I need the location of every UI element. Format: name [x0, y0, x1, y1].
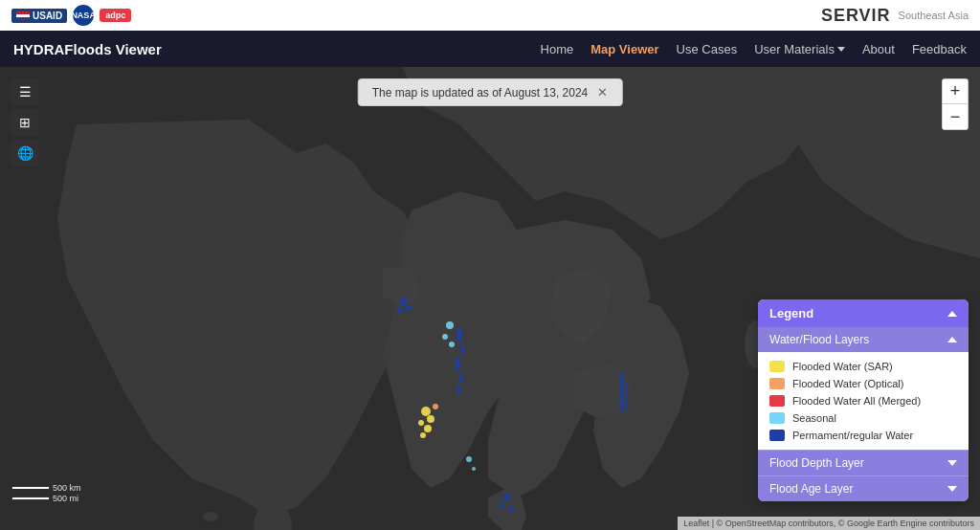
water-flood-layers-label: Water/Flood Layers	[769, 333, 869, 346]
app-title: HYDRAFloods Viewer	[13, 41, 162, 57]
legend-item-seasonal: Seasonal	[769, 409, 957, 427]
southeast-asia-text: Southeast Asia	[899, 10, 969, 21]
legend-color-sar	[769, 361, 785, 372]
nasa-text: NASA	[71, 11, 96, 20]
svg-point-1	[203, 512, 218, 521]
nasa-logo: NASA	[73, 5, 94, 26]
water-flood-layers-toggle-icon	[947, 337, 957, 342]
layers-button[interactable]: ⊞	[11, 109, 38, 136]
map-left-controls: ☰ ⊞ 🌐	[11, 78, 38, 166]
usaid-text: USAID	[33, 11, 62, 21]
legend-item-optical: Flooded Water (Optical)	[769, 375, 957, 392]
map-notification: The map is updated as of August 13, 2024…	[358, 78, 623, 106]
usaid-flag	[16, 11, 30, 20]
legend-item-permanent: Permament/regular Water	[769, 427, 957, 444]
water-flood-layers-header[interactable]: Water/Flood Layers	[758, 327, 969, 352]
legend-label-seasonal: Seasonal	[792, 412, 836, 424]
nav-map-viewer[interactable]: Map Viewer	[590, 42, 658, 56]
legend-item-merged: Flooded Water All (Merged)	[769, 392, 957, 409]
nav-about[interactable]: About	[862, 42, 895, 56]
logo-left: USAID NASA adpc	[11, 5, 131, 26]
nav-user-materials[interactable]: User Materials	[754, 42, 845, 56]
map-attribution: Leaflet | © OpenStreetMap contributors, …	[678, 517, 980, 530]
adpc-logo: adpc	[100, 9, 131, 22]
scale-bar: 500 km 500 mi	[11, 483, 81, 503]
usaid-logo: USAID	[11, 9, 67, 23]
flood-depth-label: Flood Depth Layer	[769, 456, 864, 470]
zoom-controls: + −	[942, 78, 969, 130]
legend-title: Legend	[769, 306, 813, 320]
flood-age-layer-header[interactable]: Flood Age Layer	[758, 475, 969, 501]
nav-links: Home Map Viewer Use Cases User Materials…	[541, 42, 967, 56]
user-materials-chevron	[837, 47, 845, 52]
nav-home[interactable]: Home	[541, 42, 574, 56]
scale-label-mi: 500 mi	[53, 494, 78, 503]
globe-button[interactable]: 🌐	[11, 140, 38, 166]
top-bar: USAID NASA adpc SERVIR Southeast Asia	[0, 0, 980, 31]
legend-panel: Legend Water/Flood Layers Flooded Water …	[758, 299, 969, 501]
water-flood-layers-items: Flooded Water (SAR) Flooded Water (Optic…	[758, 352, 969, 450]
nav-bar: HYDRAFloods Viewer Home Map Viewer Use C…	[0, 31, 980, 67]
zoom-out-button[interactable]: −	[943, 104, 968, 129]
legend-color-seasonal	[769, 412, 785, 424]
legend-label-optical: Flooded Water (Optical)	[792, 378, 903, 389]
hamburger-menu-button[interactable]: ☰	[11, 78, 38, 105]
notification-close-button[interactable]: ✕	[597, 85, 608, 99]
flood-age-label: Flood Age Layer	[769, 482, 853, 496]
legend-toggle-icon	[947, 311, 957, 317]
legend-label-sar: Flooded Water (SAR)	[792, 361, 893, 372]
legend-label-merged: Flooded Water All (Merged)	[792, 395, 921, 407]
map-container[interactable]: The map is updated as of August 13, 2024…	[0, 67, 980, 530]
zoom-in-button[interactable]: +	[943, 79, 968, 104]
legend-header[interactable]: Legend	[758, 299, 969, 327]
flood-depth-toggle-icon	[947, 460, 957, 466]
legend-label-permanent: Permament/regular Water	[792, 430, 913, 441]
flood-age-toggle-icon	[947, 486, 957, 492]
adpc-text: adpc	[105, 11, 125, 20]
nav-use-cases[interactable]: Use Cases	[677, 42, 738, 56]
legend-color-optical	[769, 378, 785, 389]
nav-feedback[interactable]: Feedback	[912, 42, 967, 56]
scale-line-km	[11, 486, 50, 490]
legend-color-merged	[769, 395, 785, 407]
servir-text: SERVIR	[821, 6, 891, 26]
scale-label-km: 500 km	[53, 483, 81, 493]
flood-depth-layer-header[interactable]: Flood Depth Layer	[758, 450, 969, 475]
legend-item-sar: Flooded Water (SAR)	[769, 358, 957, 375]
logo-right: SERVIR Southeast Asia	[821, 6, 969, 26]
scale-line-mi	[11, 497, 50, 500]
notification-text: The map is updated as of August 13, 2024	[372, 86, 589, 99]
legend-color-permanent	[769, 430, 785, 441]
